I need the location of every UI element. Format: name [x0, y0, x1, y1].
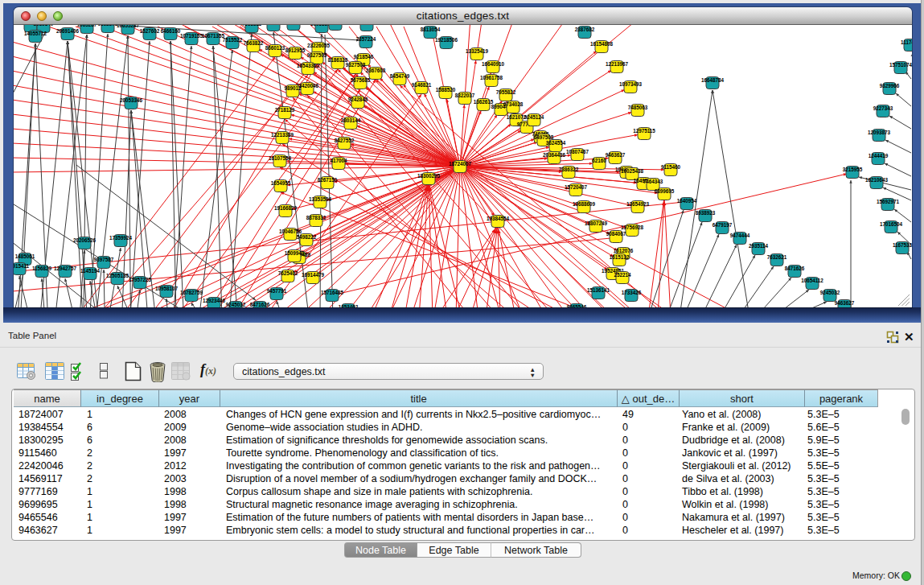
svg-text:8454749: 8454749 [390, 73, 410, 79]
svg-text:2367608: 2367608 [366, 68, 386, 73]
svg-text:18300295: 18300295 [417, 173, 441, 179]
svg-text:8267150: 8267150 [318, 177, 338, 183]
svg-text:1640954: 1640954 [677, 198, 697, 204]
svg-text:1065287: 1065287 [77, 25, 97, 27]
svg-text:7386322: 7386322 [559, 167, 579, 172]
svg-text:13654923: 13654923 [626, 201, 650, 207]
svg-text:9463627: 9463627 [835, 300, 855, 306]
svg-text:20206526: 20206526 [73, 237, 97, 243]
svg-text:2089140: 2089140 [34, 25, 54, 27]
svg-text:3624554: 3624554 [546, 140, 566, 146]
svg-text:2387682: 2387682 [575, 27, 595, 32]
svg-text:15716485: 15716485 [321, 290, 344, 295]
svg-text:12942757: 12942757 [54, 266, 77, 271]
svg-text:1654955: 1654955 [271, 180, 291, 186]
svg-text:17359924: 17359924 [109, 235, 133, 241]
svg-text:10688609: 10688609 [573, 201, 596, 207]
svg-text:1588520: 1588520 [436, 87, 456, 93]
svg-text:9245032: 9245032 [820, 290, 840, 295]
svg-text:19756928: 19756928 [621, 225, 644, 230]
svg-text:8427552: 8427552 [335, 138, 355, 143]
svg-text:7625402: 7625402 [278, 270, 298, 276]
svg-text:16154808: 16154808 [590, 41, 614, 47]
svg-text:8878332: 8878332 [306, 215, 326, 220]
svg-text:13325419: 13325419 [466, 48, 489, 54]
svg-text:9084067: 9084067 [606, 231, 626, 237]
svg-text:18807249: 18807249 [585, 220, 608, 226]
svg-text:9245124: 9245124 [524, 114, 544, 120]
svg-text:6497508: 6497508 [534, 134, 554, 140]
svg-text:62160: 62160 [592, 158, 606, 163]
svg-text:10961758: 10961758 [480, 75, 503, 80]
svg-text:15692971: 15692971 [877, 199, 900, 204]
svg-text:8912955: 8912955 [285, 47, 306, 53]
svg-text:9115460: 9115460 [661, 164, 681, 170]
svg-text:1733426: 1733426 [622, 290, 642, 295]
svg-text:8322037: 8322037 [455, 93, 475, 98]
svg-text:9327505: 9327505 [307, 52, 327, 58]
svg-text:1244419: 1244419 [869, 153, 889, 159]
svg-text:16782759: 16782759 [180, 290, 203, 295]
svg-text:1615132: 1615132 [610, 254, 630, 260]
svg-text:7663811: 7663811 [242, 25, 262, 27]
svg-text:1145194: 1145194 [80, 268, 101, 274]
svg-text:18724007: 18724007 [449, 161, 472, 167]
svg-text:252214: 252214 [614, 272, 631, 278]
svg-text:20053346: 20053346 [120, 97, 143, 103]
svg-text:20691406: 20691406 [56, 28, 80, 34]
svg-text:8471626: 8471626 [785, 266, 805, 271]
svg-text:12213389: 12213389 [271, 132, 294, 138]
svg-text:10671355: 10671355 [202, 33, 225, 39]
svg-text:17957225: 17957225 [129, 277, 152, 282]
svg-text:6734028: 6734028 [503, 101, 524, 107]
svg-text:989012: 989012 [284, 85, 302, 91]
svg-text:13353594: 13353594 [309, 196, 332, 202]
svg-text:16914479: 16914479 [302, 272, 325, 278]
svg-text:15136141: 15136141 [587, 287, 610, 293]
svg-text:17016504: 17016504 [880, 221, 903, 227]
svg-text:2935114: 2935114 [749, 243, 769, 249]
svg-text:7485063: 7485063 [628, 105, 648, 110]
svg-text:9397587: 9397587 [94, 257, 114, 262]
svg-text:7632621: 7632621 [767, 254, 787, 260]
svg-text:16210643: 16210643 [865, 177, 889, 183]
svg-text:9242848: 9242848 [348, 97, 368, 102]
svg-text:16648784: 16648784 [701, 77, 725, 83]
svg-text:9352871: 9352871 [98, 25, 118, 27]
svg-text:9218546: 9218546 [354, 54, 374, 60]
svg-text:9474444: 9474444 [730, 233, 750, 238]
svg-text:1485061: 1485061 [15, 253, 35, 259]
svg-text:19166829: 19166829 [274, 205, 298, 211]
svg-text:8813054: 8813054 [421, 27, 441, 32]
svg-text:9329966: 9329966 [880, 83, 900, 89]
svg-text:417004: 417004 [330, 158, 347, 163]
svg-text:9327508: 9327508 [346, 62, 366, 68]
svg-text:9245032: 9245032 [226, 302, 246, 307]
svg-text:19218506: 19218506 [435, 37, 458, 43]
svg-text:7357224: 7357224 [356, 36, 376, 42]
svg-text:12975115: 12975115 [633, 128, 655, 134]
svg-text:10046756: 10046756 [279, 229, 302, 234]
svg-text:1509948: 1509948 [285, 250, 305, 256]
svg-text:12213967: 12213967 [606, 61, 629, 67]
svg-text:1353462: 1353462 [339, 304, 359, 307]
svg-text:7464343: 7464343 [643, 179, 663, 184]
svg-text:9465546: 9465546 [567, 304, 587, 307]
svg-text:3215955: 3215955 [843, 167, 863, 172]
svg-text:15720407: 15720407 [565, 184, 588, 190]
svg-text:16640910: 16640910 [482, 61, 505, 67]
svg-text:20364436: 20364436 [543, 152, 566, 158]
svg-text:5675685: 5675685 [351, 77, 371, 83]
svg-text:7663822: 7663822 [244, 40, 264, 46]
svg-text:16107554: 16107554 [269, 155, 292, 161]
svg-text:15751074: 15751074 [889, 62, 912, 68]
svg-text:3915411: 3915411 [14, 263, 30, 269]
svg-text:10958107: 10958107 [155, 286, 179, 291]
svg-text:6466160: 6466160 [161, 28, 181, 34]
svg-text:7515522: 7515522 [223, 37, 243, 43]
svg-text:6899695: 6899695 [655, 188, 675, 194]
svg-text:8471626: 8471626 [250, 302, 270, 307]
svg-text:10719155: 10719155 [180, 33, 203, 39]
svg-text:1527602: 1527602 [140, 28, 160, 34]
svg-text:10025438: 10025438 [621, 168, 644, 174]
